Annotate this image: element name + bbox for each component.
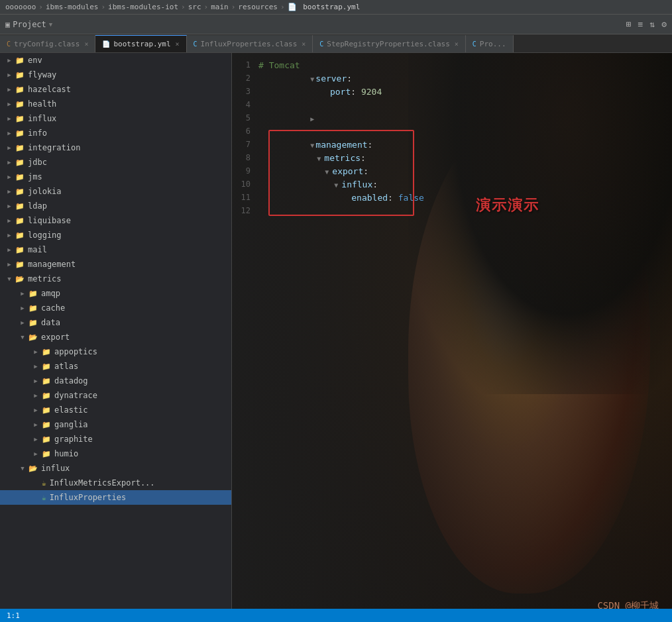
breadcrumb-ibms-modules-iot[interactable]: ibms-modules-iot (108, 3, 178, 11)
tab-pro[interactable]: C Pro... (466, 35, 514, 52)
sidebar-item-mail[interactable]: ▶ 📁 mail (0, 242, 231, 257)
sidebar-item-flyway[interactable]: ▶ 📁 flyway (0, 68, 231, 82)
sidebar-item-liquibase[interactable]: ▶ 📁 liquibase (0, 213, 231, 228)
tab-bootstrap[interactable]: 📄 bootstrap.yml × (95, 35, 186, 52)
line-number: 10 (232, 180, 258, 189)
sidebar-item-ganglia[interactable]: ▶ 📁 ganglia (0, 417, 231, 432)
yaml-file-icon: 📄 (102, 40, 110, 48)
tab-bar: C tryConfig.class × 📄 bootstrap.yml × C … (0, 34, 672, 53)
item-label: influx (41, 464, 70, 473)
item-label: info (28, 129, 47, 138)
sidebar-item-humio[interactable]: ▶ 📁 humio (0, 446, 231, 461)
folder-icon: 📁 (15, 115, 25, 123)
item-label: dynatrace (54, 391, 97, 400)
collapse-arrow-icon: ▶ (5, 57, 13, 64)
sidebar-item-env[interactable]: ▶ 📁 env (0, 53, 231, 68)
collapse-arrow-icon: ▶ (5, 115, 13, 122)
sidebar-item-integration[interactable]: ▶ 📁 integration (0, 140, 231, 155)
sidebar-item-cache[interactable]: ▶ 📁 cache (0, 301, 231, 315)
sidebar-item-influx[interactable]: ▶ 📁 influx (0, 111, 231, 126)
collapse-arrow-icon: ▶ (32, 378, 40, 384)
item-label: amqp (41, 289, 60, 298)
collapse-arrow-icon: ▼ (19, 334, 27, 340)
sidebar-item-info[interactable]: ▶ 📁 info (0, 126, 231, 140)
sidebar-item-graphite[interactable]: ▶ 📁 graphite (0, 432, 231, 446)
sidebar-item-elastic[interactable]: ▶ 📁 elastic (0, 403, 231, 417)
item-label: health (28, 99, 56, 109)
code-editor[interactable]: 1 # Tomcat 2 ▼server: 3 port: 9204 4 (232, 53, 672, 622)
line-number: 9 (232, 166, 258, 176)
class-file-icon: C (473, 40, 476, 48)
sidebar-item-hazelcast[interactable]: ▶ 📁 hazelcast (0, 82, 231, 97)
sidebar-item-metrics[interactable]: ▼ 📂 metrics (0, 272, 231, 286)
item-label: logging (28, 231, 62, 240)
sidebar-item-export[interactable]: ▼ 📂 export (0, 330, 231, 344)
tab-stepregistry[interactable]: C StepRegistryProperties.class × (313, 35, 466, 52)
sidebar-item-data[interactable]: ▶ 📁 data (0, 315, 231, 330)
status-bar: 1:1 (0, 609, 672, 622)
breadcrumb-resources[interactable]: resources (238, 3, 278, 11)
folder-icon: 📁 (42, 435, 51, 444)
folder-icon: 📁 (42, 362, 51, 371)
breadcrumb-ibms-modules[interactable]: ibms-modules (46, 3, 98, 11)
sidebar-item-appoptics[interactable]: ▶ 📁 appoptics (0, 344, 231, 359)
breadcrumb-root[interactable]: ooooooo (5, 3, 36, 11)
tab-close-icon[interactable]: × (84, 40, 88, 48)
folder-icon: 📁 (42, 406, 51, 415)
sidebar-item-atlas[interactable]: ▶ 📁 atlas (0, 359, 231, 374)
collapse-arrow-icon: ▶ (5, 144, 13, 151)
tab-influxproperties[interactable]: C InfluxProperties.class × (187, 35, 313, 52)
collapse-arrow-icon: ▼ (5, 276, 13, 282)
sidebar-item-jms[interactable]: ▶ 📁 jms (0, 170, 231, 184)
toolbar-icons: ⊞ ≡ ⇅ ⚙ (626, 19, 667, 29)
layout-icon[interactable]: ⊞ (626, 19, 632, 29)
breadcrumb-main[interactable]: main (211, 3, 229, 11)
project-toolbar: ▣ Project ▼ ⊞ ≡ ⇅ ⚙ (0, 15, 672, 34)
sidebar-item-influxmetricsexport[interactable]: ☕ InfluxMetricsExport... (0, 476, 231, 490)
fold-icon[interactable]: ▶ (310, 115, 314, 123)
class-file-icon: C (319, 40, 323, 48)
folder-icon: 📁 (15, 231, 25, 240)
sidebar-item-amqp[interactable]: ▶ 📁 amqp (0, 286, 231, 301)
sidebar-item-logging[interactable]: ▶ 📁 logging (0, 228, 231, 242)
sidebar-item-influxproperties[interactable]: ☕ InfluxProperties (0, 490, 231, 505)
sidebar-item-dynatrace[interactable]: ▶ 📁 dynatrace (0, 388, 231, 403)
folder-icon: 📁 (15, 144, 25, 152)
collapse-arrow-icon: ▶ (5, 261, 13, 268)
item-label: atlas (54, 362, 78, 371)
item-label: metrics (28, 274, 62, 284)
collapse-arrow-icon: ▶ (5, 101, 13, 107)
collapse-arrow-icon: ▶ (32, 348, 40, 355)
tab-close-icon[interactable]: × (302, 40, 306, 48)
sidebar-item-ldap[interactable]: ▶ 📁 ldap (0, 199, 231, 213)
collapse-arrow-icon: ▶ (19, 319, 27, 326)
collapse-arrow-icon: ▼ (19, 465, 27, 472)
tab-close-icon[interactable]: × (455, 40, 459, 48)
gear-icon[interactable]: ⚙ (661, 19, 667, 29)
list-icon[interactable]: ≡ (638, 19, 644, 29)
sidebar-item-health[interactable]: ▶ 📁 health (0, 97, 231, 111)
item-label: ldap (28, 201, 47, 211)
line-content: port: 9204 (258, 77, 672, 107)
line-number: 4 (232, 100, 258, 109)
sidebar-item-management[interactable]: ▶ 📁 management (0, 257, 231, 272)
breadcrumb-bar: ooooooo › ibms-modules › ibms-modules-io… (0, 0, 672, 15)
watermark-text: 演示演示 (476, 195, 539, 215)
sidebar-item-influx-metrics[interactable]: ▼ 📂 influx (0, 461, 231, 476)
line-content: ▶ (258, 103, 672, 133)
folder-icon: 📁 (15, 71, 25, 79)
folder-icon: 📁 (42, 377, 51, 386)
collapse-arrow-icon: ▶ (32, 392, 40, 399)
tab-tryconfig[interactable]: C tryConfig.class × (0, 35, 95, 52)
sidebar-item-jdbc[interactable]: ▶ 📁 jdbc (0, 155, 231, 170)
folder-icon: 📁 (15, 129, 25, 138)
sort-icon[interactable]: ⇅ (649, 19, 655, 29)
sidebar-item-datadog[interactable]: ▶ 📁 datadog (0, 374, 231, 388)
item-label: liquibase (28, 216, 71, 225)
project-label[interactable]: ▣ Project ▼ (5, 20, 52, 29)
collapse-arrow-icon: ▶ (32, 450, 40, 457)
breadcrumb-src[interactable]: src (188, 3, 201, 11)
folder-icon: 📁 (42, 450, 51, 458)
sidebar-item-jolokia[interactable]: ▶ 📁 jolokia (0, 184, 231, 199)
tab-close-icon[interactable]: × (176, 40, 180, 48)
